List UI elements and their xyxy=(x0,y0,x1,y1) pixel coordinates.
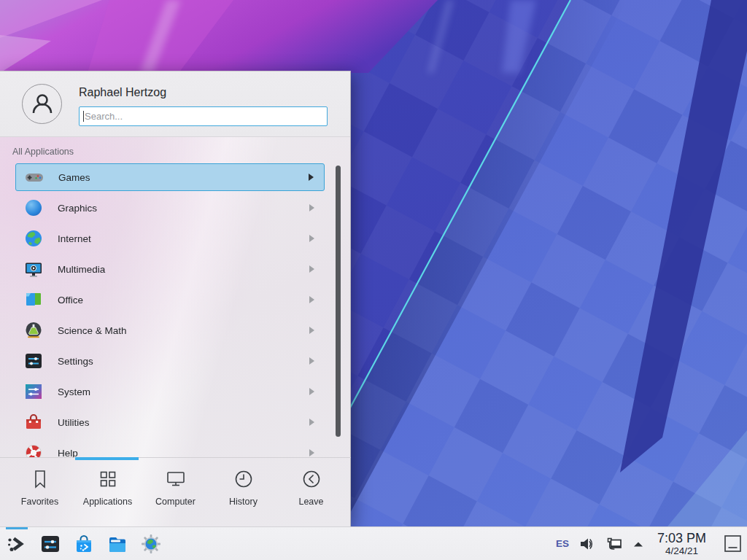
clock-date: 4/24/21 xyxy=(657,545,706,556)
toolbox-icon xyxy=(24,413,43,432)
tab-leave[interactable]: Leave xyxy=(277,458,345,527)
sidebar-item-graphics[interactable]: Graphics xyxy=(15,192,325,223)
sidebar-item-system[interactable]: System xyxy=(15,376,325,407)
submenu-arrow-icon xyxy=(309,174,314,181)
globe-icon xyxy=(24,229,43,248)
scrollbar[interactable] xyxy=(336,166,341,437)
keyboard-layout-indicator[interactable]: ES xyxy=(556,538,569,549)
sphere-icon xyxy=(24,198,43,217)
lifebuoy-icon xyxy=(24,443,43,457)
search-placeholder: Search... xyxy=(85,111,123,122)
user-icon xyxy=(28,90,57,119)
submenu-arrow-icon xyxy=(309,296,314,303)
sidebar-item-multimedia[interactable]: Multimedia xyxy=(15,254,325,284)
tab-computer[interactable]: Computer xyxy=(142,458,209,527)
bookmark-icon xyxy=(29,468,51,490)
sidebar-item-office[interactable]: Office xyxy=(15,284,325,315)
text-caret xyxy=(83,111,84,122)
submenu-arrow-icon xyxy=(309,204,314,211)
sidebar-item-utilities[interactable]: Utilities xyxy=(15,407,325,438)
footer-tabbar: Favorites Applications Computer History xyxy=(0,457,351,527)
clock-icon xyxy=(233,468,255,490)
section-label: All Applications xyxy=(12,147,74,157)
submenu-arrow-icon xyxy=(309,388,314,395)
submenu-arrow-icon xyxy=(309,449,314,456)
discover-bag-icon[interactable] xyxy=(73,533,95,555)
launcher-header: Raphael Hertzog Search... xyxy=(0,71,350,137)
flask-icon xyxy=(24,321,43,340)
submenu-arrow-icon xyxy=(309,357,314,365)
submenu-arrow-icon xyxy=(309,419,314,426)
desktop: Raphael Hertzog Search... All Applicatio… xyxy=(0,0,747,560)
system-tray: ES 7:03 PM 4/24/21 xyxy=(556,532,747,556)
search-input[interactable]: Search... xyxy=(79,106,328,126)
kickoff-launcher-icon[interactable] xyxy=(6,533,28,555)
monitor-icon xyxy=(165,468,187,490)
sidebar-item-science-math[interactable]: Science & Math xyxy=(15,315,325,346)
active-tab-indicator xyxy=(75,457,139,460)
clock[interactable]: 7:03 PM 4/24/21 xyxy=(657,532,706,556)
volume-icon[interactable] xyxy=(578,536,595,552)
sliders-dark-icon xyxy=(24,351,43,370)
tab-history[interactable]: History xyxy=(209,458,277,527)
application-launcher-popup: Raphael Hertzog Search... All Applicatio… xyxy=(0,71,351,526)
task-launchers xyxy=(0,533,162,555)
sidebar-item-games[interactable]: Games xyxy=(15,163,325,191)
submenu-arrow-icon xyxy=(309,235,314,242)
tab-applications[interactable]: Applications xyxy=(74,458,142,527)
taskbar: ES 7:03 PM 4/24/21 xyxy=(0,526,747,560)
globe-gear-icon[interactable] xyxy=(140,533,162,555)
submenu-arrow-icon xyxy=(309,265,314,273)
clock-time: 7:03 PM xyxy=(657,532,706,545)
sidebar-item-internet[interactable]: Internet xyxy=(15,223,325,254)
sidebar-item-help[interactable]: Help xyxy=(15,438,325,457)
user-name: Raphael Hertzog xyxy=(79,86,166,99)
active-task-indicator xyxy=(6,527,28,529)
show-desktop-button[interactable] xyxy=(723,534,743,553)
sliders-gradient-icon xyxy=(24,382,43,401)
dolphin-folder-icon[interactable] xyxy=(107,533,128,555)
back-circle-icon xyxy=(301,468,322,490)
monitor-play-icon xyxy=(24,260,43,279)
sidebar-item-settings[interactable]: Settings xyxy=(15,346,325,376)
grid-icon xyxy=(97,468,119,490)
avatar[interactable] xyxy=(22,84,62,124)
category-list: Games Graphics Internet xyxy=(0,159,351,457)
system-settings-icon[interactable] xyxy=(39,533,61,555)
tab-favorites[interactable]: Favorites xyxy=(6,458,74,527)
tray-expand-arrow-icon[interactable] xyxy=(632,537,645,551)
submenu-arrow-icon xyxy=(309,327,314,334)
documents-icon xyxy=(24,290,43,309)
wired-network-icon[interactable] xyxy=(604,535,622,553)
gamepad-icon xyxy=(25,168,44,187)
